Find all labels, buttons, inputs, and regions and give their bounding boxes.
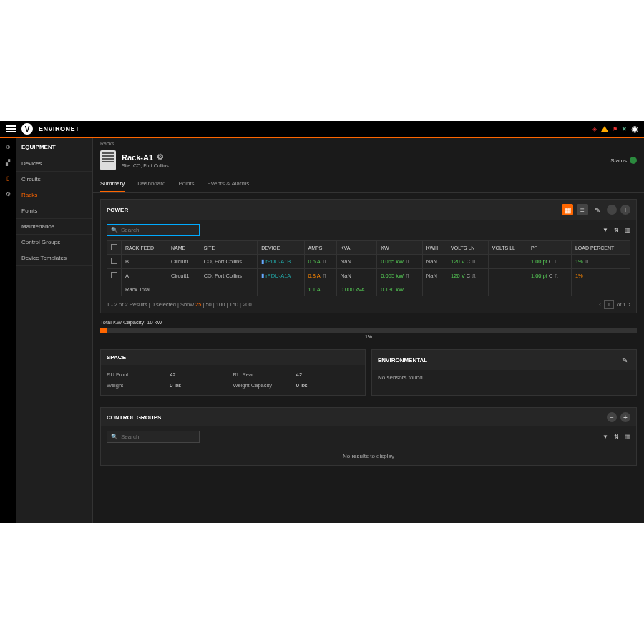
edit-icon[interactable]: ✎ — [619, 354, 630, 366]
rail-chart-icon[interactable]: ▞ — [4, 158, 12, 167]
refresh-icon[interactable]: C — [467, 258, 470, 265]
sidebar-header: EQUIPMENT — [16, 138, 92, 156]
menu-icon[interactable] — [6, 125, 16, 132]
chart-icon[interactable]: ⎍ — [472, 273, 476, 279]
tabs: Summary Dashboard Points Events & Alarms — [93, 176, 644, 193]
tab-dashboard[interactable]: Dashboard — [137, 176, 165, 192]
chart-icon[interactable]: ⎍ — [406, 258, 409, 265]
tab-points[interactable]: Points — [178, 176, 194, 192]
next-page-icon[interactable]: › — [629, 301, 631, 308]
status-label: Status — [610, 157, 627, 164]
row-checkbox[interactable] — [111, 272, 117, 278]
sort-icon[interactable]: ⇅ — [614, 434, 619, 440]
sidebar-item-devices[interactable]: Devices — [16, 156, 92, 172]
cg-empty: No results to display — [101, 447, 636, 465]
user-icon[interactable]: ◉ — [631, 124, 638, 134]
row-checkbox[interactable] — [111, 258, 117, 264]
sidebar-item-racks[interactable]: Racks — [16, 187, 92, 203]
table-row[interactable]: B Circuit1 CO, Fort Collins ▮ rPDU-A1B 0… — [107, 255, 630, 269]
capacity-bar — [100, 328, 637, 333]
cg-search[interactable]: 🔍 — [107, 431, 200, 443]
tools-icon[interactable]: ✖ — [622, 126, 627, 132]
edit-icon[interactable]: ✎ — [592, 204, 603, 215]
app-frame: V ENVIRONET ◈ ⚑ ✖ ◉ ⊕ ▞ ▯ ⚙ EQUIPMENT De… — [0, 121, 644, 523]
env-empty: No sensors found — [372, 370, 636, 385]
sidebar-item-maintenance[interactable]: Maintenance — [16, 219, 92, 235]
pager-info: 1 - 2 of 2 Results | 0 selected | Show 2… — [107, 301, 252, 308]
rack-icon — [100, 150, 116, 170]
sidebar-item-circuits[interactable]: Circuits — [16, 172, 92, 187]
cg-title: CONTROL GROUPS — [107, 414, 161, 421]
filter-icon[interactable]: ▼ — [602, 227, 608, 233]
filter-icon[interactable]: ▼ — [602, 434, 608, 440]
capacity-pct: 1% — [93, 334, 644, 339]
chart-icon[interactable]: ⎍ — [323, 273, 326, 279]
sidebar-item-control-groups[interactable]: Control Groups — [16, 235, 92, 250]
add-button[interactable]: + — [620, 205, 630, 215]
status-ok-icon — [630, 157, 637, 164]
search-icon: 🔍 — [111, 227, 118, 233]
sidebar: EQUIPMENT Devices Circuits Racks Points … — [16, 138, 93, 523]
view-list-icon[interactable]: ≡ — [577, 204, 588, 215]
sort-icon[interactable]: ⇅ — [614, 227, 619, 233]
cg-search-input[interactable] — [121, 434, 195, 440]
env-panel: ENVIRONMENTAL✎ No sensors found — [371, 349, 637, 396]
alert-critical-icon[interactable]: ◈ — [592, 126, 597, 132]
page-title: Rack-A1 — [122, 153, 153, 162]
refresh-icon[interactable]: C — [467, 273, 470, 279]
power-table: RACK FEED NAME SITE DEVICE AMPS KVA KW K… — [107, 240, 630, 296]
topbar: V ENVIRONET ◈ ⚑ ✖ ◉ — [0, 121, 644, 138]
sidebar-item-device-templates[interactable]: Device Templates — [16, 250, 92, 266]
cg-panel: CONTROL GROUPS −+ 🔍 ▼ ⇅ ▥ No results to … — [100, 407, 637, 466]
columns-icon[interactable]: ▥ — [625, 434, 630, 440]
add-button[interactable]: + — [620, 412, 630, 422]
device-link[interactable]: rPDU-A1B — [265, 258, 291, 265]
power-search[interactable]: 🔍 — [107, 224, 200, 236]
chart-icon[interactable]: ⎍ — [323, 258, 326, 265]
capacity-label: Total KW Capacity: 10 kW — [100, 319, 637, 326]
tab-summary[interactable]: Summary — [100, 176, 125, 192]
columns-icon[interactable]: ▥ — [625, 227, 630, 233]
view-grid-icon[interactable]: ▦ — [562, 204, 573, 215]
prev-page-icon[interactable]: ‹ — [599, 301, 601, 308]
remove-button[interactable]: − — [607, 412, 617, 422]
main-content: Racks Rack-A1⚙ Site: CO, Fort Collins St… — [93, 138, 644, 523]
rail-globe-icon[interactable]: ⊕ — [4, 142, 12, 151]
power-title: POWER — [107, 207, 128, 213]
page-of: of 1 — [617, 301, 626, 308]
power-panel: POWER ▦ ≡ ✎ − + 🔍 ▼ ⇅ ▥ RACK FEED NAME S… — [100, 199, 637, 313]
remove-button[interactable]: − — [607, 205, 617, 215]
table-row[interactable]: A Circuit1 CO, Fort Collins ▮ rPDU-A1A 0… — [107, 269, 630, 283]
chart-icon[interactable]: ⎍ — [472, 258, 476, 265]
space-panel: SPACE RU Front42 RU Rear42 Weight0 lbs W… — [100, 349, 366, 396]
alert-warning-icon[interactable] — [601, 126, 608, 132]
tab-events[interactable]: Events & Alarms — [208, 176, 250, 192]
space-title: SPACE — [107, 354, 126, 361]
table-total-row: Rack Total 1.1 A 0.000 kVA 0.130 kW — [107, 283, 630, 296]
chart-icon[interactable]: ⎍ — [585, 258, 589, 265]
power-search-input[interactable] — [121, 227, 195, 233]
refresh-icon[interactable]: C — [549, 258, 552, 265]
sidebar-item-points[interactable]: Points — [16, 203, 92, 219]
chart-icon[interactable]: ⎍ — [406, 273, 409, 279]
chart-icon[interactable]: ⎍ — [555, 273, 558, 279]
refresh-icon[interactable]: C — [549, 273, 552, 279]
select-all-checkbox[interactable] — [111, 244, 117, 250]
settings-icon[interactable]: ⚙ — [157, 152, 164, 162]
device-link[interactable]: rPDU-A1A — [265, 273, 291, 279]
alert-flag-icon[interactable]: ⚑ — [613, 126, 618, 132]
chart-icon[interactable]: ⎍ — [555, 258, 558, 265]
page-number[interactable]: 1 — [604, 300, 614, 309]
logo: V — [21, 123, 33, 135]
breadcrumb[interactable]: Racks — [93, 138, 644, 149]
env-title: ENVIRONMENTAL — [378, 357, 427, 364]
rail-gear-icon[interactable]: ⚙ — [4, 190, 12, 198]
search-icon: 🔍 — [111, 434, 118, 440]
brand-name: ENVIRONET — [39, 125, 79, 132]
nav-rail: ⊕ ▞ ▯ ⚙ — [0, 138, 16, 523]
page-subtitle: Site: CO, Fort Collins — [122, 163, 169, 168]
rail-rack-icon[interactable]: ▯ — [4, 174, 12, 182]
